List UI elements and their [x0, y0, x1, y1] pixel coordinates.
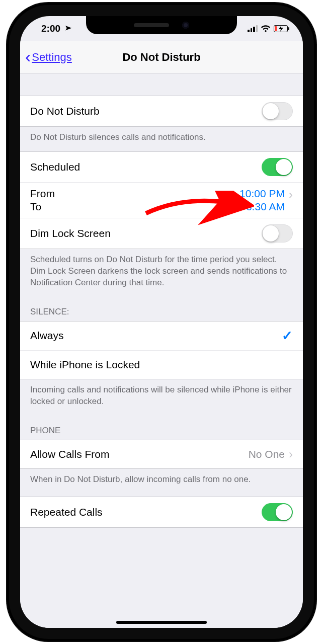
chevron-right-icon: ›: [289, 188, 293, 213]
navigation-bar: ‹ Settings Do Not Disturb: [20, 41, 303, 73]
notch: [86, 16, 237, 34]
repeated-calls-label: Repeated Calls: [30, 506, 262, 518]
to-value: 6:30 AM: [246, 201, 285, 213]
checkmark-icon: ✓: [282, 328, 293, 344]
scheduled-toggle[interactable]: [262, 158, 293, 176]
silence-header: SILENCE:: [20, 297, 303, 321]
phone-frame: 2:00: [7, 3, 316, 641]
front-camera: [182, 22, 189, 29]
allow-calls-row[interactable]: Allow Calls From No One ›: [20, 440, 303, 469]
screen: 2:00: [20, 16, 303, 628]
schedule-time-row[interactable]: From To 10:00 PM 6:30 AM ›: [20, 182, 303, 218]
speaker-grille: [134, 23, 169, 27]
from-label: From: [30, 188, 239, 200]
back-button[interactable]: ‹ Settings: [25, 41, 72, 73]
wifi-icon: [261, 25, 271, 32]
to-label: To: [30, 201, 239, 213]
silence-locked-row[interactable]: While iPhone is Locked: [20, 350, 303, 379]
allow-calls-footer: When in Do Not Disturb, allow incoming c…: [20, 469, 303, 494]
dnd-toggle[interactable]: [262, 102, 293, 120]
dim-lock-screen-toggle[interactable]: [262, 224, 293, 243]
allow-calls-value: No One: [249, 448, 285, 460]
phone-header: PHONE: [20, 416, 303, 440]
battery-icon: [274, 25, 288, 32]
home-indicator[interactable]: [116, 621, 207, 624]
location-icon: [60, 22, 73, 35]
silence-footer: Incoming calls and notifications will be…: [20, 379, 303, 416]
dim-lock-screen-label: Dim Lock Screen: [30, 227, 262, 239]
chevron-left-icon: ‹: [25, 56, 31, 58]
from-value: 10:00 PM: [239, 188, 285, 200]
dim-lock-screen-row[interactable]: Dim Lock Screen: [20, 218, 303, 249]
page-title: Do Not Disturb: [122, 51, 200, 64]
silence-always-row[interactable]: Always ✓: [20, 321, 303, 350]
chevron-right-icon: ›: [289, 447, 293, 461]
dnd-toggle-row[interactable]: Do Not Disturb: [20, 96, 303, 127]
settings-content[interactable]: Do Not Disturb Do Not Disturb silences c…: [20, 73, 303, 628]
back-label: Settings: [32, 51, 72, 64]
repeated-calls-toggle[interactable]: [262, 503, 293, 521]
allow-calls-label: Allow Calls From: [30, 448, 249, 460]
silence-locked-label: While iPhone is Locked: [30, 359, 293, 371]
cellular-signal-icon: [248, 25, 258, 32]
dnd-footer: Do Not Disturb silences calls and notifi…: [20, 127, 303, 151]
repeated-calls-row[interactable]: Repeated Calls: [20, 497, 303, 528]
dnd-label: Do Not Disturb: [30, 105, 262, 117]
scheduled-footer: Scheduled turns on Do Not Disturb for th…: [20, 249, 303, 297]
status-time: 2:00: [41, 23, 60, 34]
silence-always-label: Always: [30, 330, 282, 342]
scheduled-toggle-row[interactable]: Scheduled: [20, 151, 303, 182]
scheduled-label: Scheduled: [30, 161, 262, 173]
